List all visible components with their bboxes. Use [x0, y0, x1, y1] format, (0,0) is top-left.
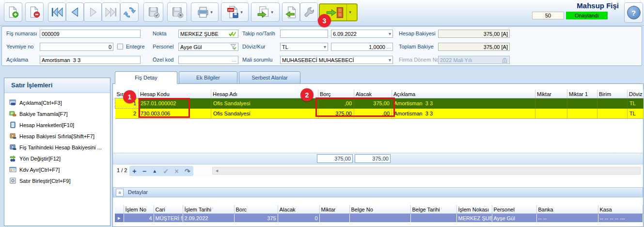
sidebar-item-bakiye-tamamla[interactable]: Bakiye Tamamla[F7] [4, 108, 110, 119]
print-button[interactable]: ▾ [191, 2, 219, 22]
previous-record-button[interactable] [66, 2, 84, 22]
next-record-button[interactable] [84, 2, 102, 22]
last-record-button[interactable] [102, 2, 120, 22]
nokta-label: Nokta [153, 30, 167, 38]
toplam-bakiye-label: Toplam Bakiye [399, 43, 434, 51]
doviz-dropdown-arrow[interactable]: ▾ [324, 44, 326, 49]
col-doviz[interactable]: Döviz [628, 90, 644, 98]
takip-no-input[interactable] [280, 30, 328, 38]
col-det-borc[interactable]: Borc [234, 205, 278, 214]
save-cancel-button[interactable] [167, 2, 187, 22]
takip-date-input[interactable]: 6.09.2022▾ [331, 30, 393, 38]
new-record-button[interactable] [4, 2, 22, 22]
takip-label: Takip no/Tarih [242, 30, 275, 38]
horizontal-scrollbar[interactable]: ◄ [212, 167, 641, 175]
col-miktar1[interactable]: Miktar 1 [567, 90, 597, 98]
ozel-kod-input[interactable]: … [178, 56, 238, 64]
print-dropdown-arrow[interactable]: ▾ [210, 10, 213, 15]
double-check-icon [229, 31, 236, 37]
sidebar-item-aciklama[interactable]: Açıklama[Ctrl+F3] [4, 97, 110, 108]
ozel-kod-label: Özel kod [153, 56, 173, 64]
previous-record-icon [69, 6, 81, 18]
refresh-rows-button[interactable]: ↷ [185, 168, 190, 175]
scroll-left-arrow[interactable]: ◄ [215, 168, 219, 173]
entegre-checkbox[interactable] [117, 44, 123, 49]
move-up-button[interactable]: ▲ [152, 169, 157, 174]
tab-ek-bilgiler[interactable]: Ek Bilgiler [179, 71, 237, 84]
col-borc[interactable]: Borç [318, 90, 354, 98]
settings-button[interactable] [300, 2, 318, 22]
sidebar-item-hesap-bakiyesi-sifirla[interactable]: Hesap Bakiyesi Sıfırla[Shift+F7] [4, 130, 110, 142]
mali-sorumlu-select[interactable]: MUHASEBECİ MUHASEBECİ▾ [280, 56, 393, 64]
sidebar-item-hesap-hareketleri[interactable]: Hesap Hareketleri[F10] [4, 119, 110, 130]
col-miktar[interactable]: Miktar [535, 90, 567, 98]
sidebar-item-kdv-ayir[interactable]: Kdv Ayır[Ctrl+F7] [4, 164, 110, 175]
voucher-header-form: Fiş numarası 000009 Nokta MERKEZ ŞUBE Ta… [1, 26, 642, 66]
add-row-button[interactable]: + [132, 168, 136, 175]
details-header-bar: « Detaylar [113, 187, 643, 197]
yevmiye-no-input[interactable]: 0 [40, 43, 113, 51]
details-row[interactable]: ▸ 4 MÜŞTERİ 5 2.09.2022 375 0 MERKEZ ŞUB… [115, 214, 643, 223]
mali-sorumlu-dropdown-arrow[interactable]: ▾ [389, 57, 391, 63]
pdf-export-icon: PDF [227, 6, 239, 18]
col-cari[interactable]: Cari [154, 205, 183, 214]
col-kasa[interactable]: Kasa [598, 205, 643, 214]
refresh-icon [124, 6, 136, 18]
col-islem-no[interactable]: İşlem No [124, 205, 154, 214]
sidebar-item-satir-birlestir[interactable]: Satır Birleştir[Ctrl+F9] [4, 175, 110, 186]
line-operations-panel: Satır İşlemleri Açıklama[Ctrl+F3] Bakiye… [4, 78, 110, 226]
cancel-edit-button[interactable]: × [175, 168, 179, 175]
total-borc: 375,00 [317, 154, 353, 163]
col-belge-tarihi[interactable]: Belge Tarihi [410, 205, 456, 214]
col-alacak[interactable]: Alacak [354, 90, 392, 98]
toplam-bakiye-field: 375,00 [A] [438, 43, 510, 51]
totals-bar: 375,00 375,00 [113, 153, 643, 164]
copy-dropdown-arrow[interactable]: ▾ [271, 10, 273, 15]
kur-input[interactable]: 1,0000… [331, 43, 393, 51]
doviz-select[interactable]: TL▾ [280, 43, 328, 51]
copy-record-button[interactable]: ▾ [251, 2, 280, 22]
exit-dropdown-arrow[interactable]: ▾ [349, 10, 351, 15]
col-birim[interactable]: Birim [597, 90, 628, 98]
nokta-input[interactable]: MERKEZ ŞUBE [178, 30, 238, 38]
col-aciklama[interactable]: Açıklama [392, 90, 535, 98]
save-cross-icon [171, 6, 184, 18]
col-det-miktar[interactable]: Miktar [319, 205, 349, 214]
printer-icon [197, 6, 209, 18]
sidebar-item-fis-tarihindeki-bakiye[interactable]: Fiş Tarihindeki Hesap Bakiyesini ... [4, 142, 110, 153]
save-confirm-button[interactable] [143, 2, 163, 22]
remove-row-button[interactable]: − [142, 168, 146, 175]
col-det-alacak[interactable]: Alacak [278, 205, 319, 214]
fis-numarasi-input[interactable]: 000009 [40, 30, 141, 38]
personel-input[interactable]: Ayşe Gül [178, 43, 238, 51]
tab-fis-detay[interactable]: Fiş Detay [115, 71, 177, 84]
ozel-kod-ellipsis-button[interactable]: … [232, 57, 236, 63]
help-button[interactable]: ? [624, 2, 643, 23]
delete-record-button[interactable] [25, 2, 44, 22]
col-det-personel[interactable]: Personel [492, 205, 536, 214]
col-hesap-kodu[interactable]: Hesap Kodu [139, 90, 211, 98]
filter-icon[interactable] [230, 44, 236, 50]
first-record-button[interactable] [48, 2, 66, 22]
collapse-details-button[interactable]: « [116, 189, 124, 196]
import-record-button[interactable] [282, 2, 300, 22]
kur-ellipsis-button[interactable]: … [386, 44, 391, 49]
pdf-dropdown-arrow[interactable]: ▾ [240, 10, 243, 15]
col-banka[interactable]: Banka [536, 205, 598, 214]
col-belge-no[interactable]: Belge No [349, 205, 410, 214]
entegre-label: Entegre [126, 43, 145, 51]
fis-numarasi-label: Fiş numarası [6, 30, 37, 38]
confirm-edit-button[interactable]: ✓ [163, 168, 169, 175]
export-pdf-button[interactable]: PDF ▾ [221, 2, 249, 22]
firma-donem-field: 2022 Mali Yılı [438, 56, 510, 64]
refresh-button[interactable] [120, 2, 139, 22]
aciklama-input[interactable]: Amortisman 3 3 [40, 56, 141, 64]
col-islem-tarihi[interactable]: İşlem Tarihi [183, 205, 234, 214]
tab-serbest-alanlar[interactable]: Serbest Alanlar [239, 71, 300, 84]
balance-complete-icon [9, 110, 16, 117]
sidebar-title: Satır İşlemleri [4, 78, 110, 93]
col-islem-nokasi[interactable]: İşlem Nokası [456, 205, 492, 214]
date-dropdown-arrow[interactable]: ▾ [389, 31, 391, 36]
sidebar-item-yon-degistir[interactable]: Yön Değiştir[F12] [4, 153, 110, 164]
yevmiye-no-label: Yevmiye no [6, 43, 33, 51]
